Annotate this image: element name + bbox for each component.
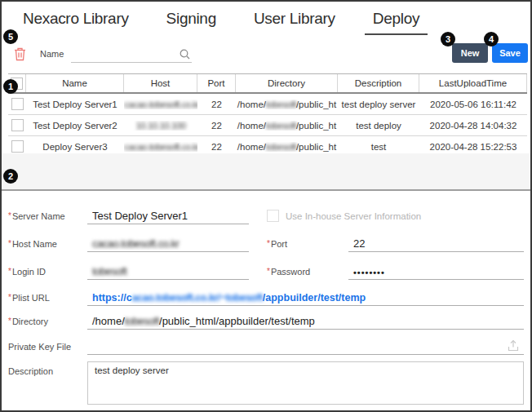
tab-nexacro-library[interactable]: Nexacro Library [15,7,137,35]
use-inhouse-checkbox[interactable] [267,210,279,222]
table-row[interactable]: Test Deploy Server2 10.10.10.100 22 /hom… [8,115,527,136]
tab-signing[interactable]: Signing [158,7,224,35]
search-input[interactable] [71,44,175,62]
directory-input[interactable]: /home/tobesoft/public_html/appbuilder/te… [87,312,524,330]
server-name-field [87,207,249,224]
password-input[interactable] [353,268,524,277]
use-inhouse-wrap: Use In-house Server Information [267,210,524,224]
plist-url-input[interactable]: https://cacao.tobesoft.co.kr/~tobesoft/a… [87,289,524,306]
cell-name: Test Deploy Server2 [26,121,124,131]
cell-description: test [338,142,419,152]
port-input[interactable] [353,237,524,250]
cell-directory: /home/tobesoft/public_ht [236,121,338,131]
search-icon[interactable] [180,49,190,60]
cell-description: test deploy [338,121,419,131]
search-name-label: Name [40,49,64,59]
description-label: Description [8,361,87,379]
cell-port: 22 [197,100,236,109]
cell-port: 22 [197,142,236,152]
port-field [348,235,524,252]
directory-label: *Directory [8,317,87,330]
cell-lastuploadtime: 2020-04-28 14:04:32 [419,121,527,131]
cell-name: Test Deploy Server1 [26,100,124,109]
tab-deploy[interactable]: Deploy [365,7,428,35]
save-button[interactable]: Save [492,43,528,63]
port-label: *Port [267,239,348,252]
plist-url-label: *Plist URL [8,293,87,306]
cell-description: test deploy server [338,100,419,109]
row-checkbox[interactable] [11,119,24,131]
password-field [348,263,524,280]
col-port[interactable]: Port [197,74,236,92]
row-checkbox[interactable] [11,140,24,153]
cell-host: cacao.tobesoft.co.kr [124,142,197,152]
col-lastuploadtime[interactable]: LastUploadTime [419,74,527,92]
upload-icon[interactable] [508,339,519,352]
table-header-row: Name Host Port Directory Description Las… [8,73,527,94]
col-name[interactable]: Name [26,74,124,92]
private-key-file-label: Private Key File [8,342,87,355]
cell-host: 10.10.10.100 [124,121,197,131]
password-label: *Password [267,267,348,280]
search-field-wrap [71,44,192,63]
login-id-input[interactable]: tobesoft [87,263,249,280]
server-name-input[interactable] [92,210,249,222]
description-textarea[interactable]: test deploy server [87,361,524,405]
col-description[interactable]: Description [338,74,419,92]
cell-directory: /home/tobesoft/public_ht [236,100,338,109]
annotation-badge-3: 3 [441,32,455,47]
use-inhouse-label: Use In-house Server Information [286,211,421,221]
annotation-badge-5: 5 [3,29,18,44]
delete-trash-icon[interactable] [13,47,27,61]
row-checkbox[interactable] [11,98,24,110]
deploy-window: Nexacro Library Signing User Library Dep… [0,0,532,412]
table-empty-area [2,153,530,191]
deploy-server-table: Name Host Port Directory Description Las… [8,73,527,157]
cell-host: cacao.tobesoft.co.kr [124,100,197,109]
host-name-label: *Host Name [8,239,87,252]
tab-user-library[interactable]: User Library [246,7,344,35]
table-row[interactable]: Test Deploy Server1 cacao.tobesoft.co.kr… [8,94,527,115]
cell-port: 22 [197,121,236,131]
annotation-badge-1: 1 [3,79,18,94]
private-key-file-input[interactable] [87,338,524,355]
cell-lastuploadtime: 2020-04-28 15:22:53 [419,142,527,152]
host-name-input[interactable]: cacao.tobesoft.co.kr [87,235,249,252]
col-host[interactable]: Host [124,74,197,92]
col-directory[interactable]: Directory [236,74,338,92]
new-button[interactable]: New [452,43,488,63]
server-name-label: *Server Name [8,211,87,224]
cell-directory: /home/tobesoft/public_ht [236,142,338,152]
cell-lastuploadtime: 2020-05-06 16:11:42 [419,100,527,109]
annotation-badge-2: 2 [3,169,18,184]
annotation-badge-4: 4 [484,32,499,47]
cell-name: Deploy Server3 [26,142,124,152]
login-id-label: *Login ID [8,267,87,280]
tab-bar: Nexacro Library Signing User Library Dep… [15,7,428,35]
